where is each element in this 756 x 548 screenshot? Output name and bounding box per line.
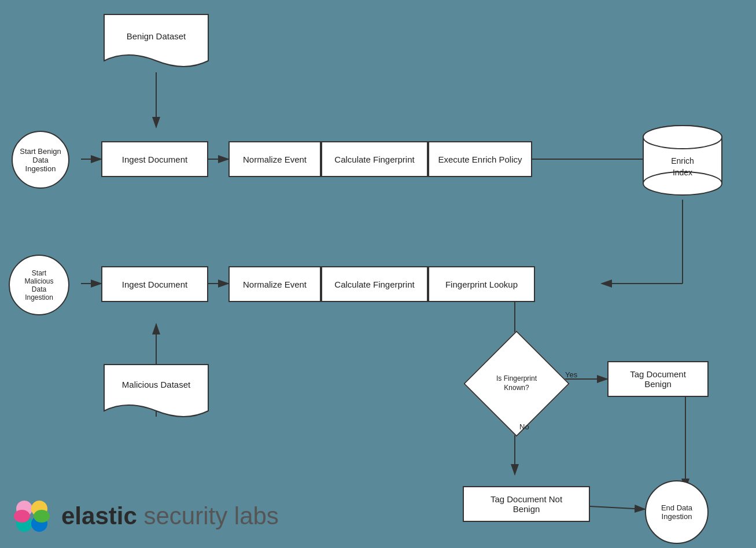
ingest-doc-1-label: Ingest Document [122, 155, 187, 164]
fp-lookup-rect: Fingerprint Lookup [428, 266, 535, 302]
enrich-index-cylinder: Enrich Index [642, 124, 723, 202]
malicious-dataset-node: Malicious Dataset [101, 362, 211, 425]
start-malicious-label: Start Malicious Data Ingestion [24, 269, 53, 301]
elastic-text: elastic security labs [61, 502, 279, 530]
svg-line-18 [590, 506, 645, 509]
ingest-doc-2-rect: Ingest Document [101, 266, 208, 302]
diagram-canvas: Benign Dataset Start Benign Data Ingesti… [0, 0, 756, 548]
yes-label: Yes [565, 370, 577, 379]
elastic-logo-icon [12, 496, 52, 536]
normalize-2-label: Normalize Event [243, 279, 307, 289]
svg-point-33 [14, 510, 30, 523]
normalize-2-rect: Normalize Event [228, 266, 321, 302]
tag-benign-rect: Tag Document Benign [607, 361, 709, 397]
ingest-doc-2-label: Ingest Document [122, 279, 187, 289]
elastic-subtitle-text: security labs [143, 502, 278, 529]
start-benign-label: Start Benign Data Ingestion [20, 147, 61, 173]
is-fp-known-diamond: Is FingerprintKnown? [479, 346, 554, 421]
elastic-brand: elastic [61, 502, 137, 529]
svg-text:Index: Index [673, 168, 692, 177]
calc-fp-1-label: Calculate Fingerprint [334, 155, 414, 164]
svg-text:Enrich: Enrich [671, 156, 694, 165]
svg-point-34 [34, 510, 50, 523]
calc-fp-1-rect: Calculate Fingerprint [321, 141, 428, 177]
start-benign-circle: Start Benign Data Ingestion [12, 131, 69, 189]
calc-fp-2-label: Calculate Fingerprint [334, 279, 414, 289]
svg-text:Benign Dataset: Benign Dataset [127, 31, 186, 41]
execute-enrich-rect: Execute Enrich Policy [428, 141, 532, 177]
logo-area: elastic security labs [12, 496, 279, 536]
tag-benign-label: Tag Document Benign [630, 369, 686, 389]
elastic-subtitle [137, 502, 144, 529]
start-malicious-circle: Start Malicious Data Ingestion [9, 255, 69, 315]
tag-not-benign-label: Tag Document Not Benign [491, 494, 562, 514]
no-label: No [519, 422, 529, 431]
end-ingestion-label: End Data Ingestion [661, 503, 692, 521]
svg-point-25 [643, 126, 722, 149]
end-ingestion-circle: End Data Ingestion [645, 480, 709, 544]
fp-lookup-label: Fingerprint Lookup [445, 279, 518, 289]
normalize-1-rect: Normalize Event [228, 141, 321, 177]
benign-dataset-node: Benign Dataset [101, 12, 211, 75]
ingest-doc-1-rect: Ingest Document [101, 141, 208, 177]
execute-enrich-label: Execute Enrich Policy [438, 155, 522, 164]
calc-fp-2-rect: Calculate Fingerprint [321, 266, 428, 302]
svg-text:Malicious Dataset: Malicious Dataset [122, 380, 191, 389]
normalize-1-label: Normalize Event [243, 155, 307, 164]
tag-not-benign-rect: Tag Document Not Benign [463, 486, 590, 522]
